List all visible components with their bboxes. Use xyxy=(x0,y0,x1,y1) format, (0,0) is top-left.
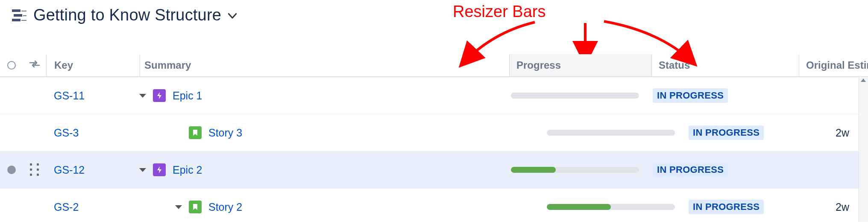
progress-fill xyxy=(511,167,556,173)
drag-icon xyxy=(30,163,39,176)
summary-cell: Story 3 xyxy=(139,126,540,139)
row-select[interactable] xyxy=(0,166,23,174)
structure-title[interactable]: Getting to Know Structure xyxy=(33,6,221,24)
expand-toggle-icon[interactable] xyxy=(139,168,146,172)
issue-summary-link[interactable]: Epic 2 xyxy=(173,164,202,176)
title-bar: Getting to Know Structure xyxy=(0,0,868,29)
table-row[interactable]: GS-12Epic 2IN PROGRESS xyxy=(0,151,868,188)
table-row[interactable]: GS-3Story 3IN PROGRESS2w xyxy=(0,114,868,151)
header-progress-label: Progress xyxy=(516,59,561,71)
issue-key-link[interactable]: GS-11 xyxy=(54,90,85,102)
progress-cell xyxy=(540,204,682,210)
progress-cell xyxy=(540,130,682,136)
issue-key-link[interactable]: GS-3 xyxy=(54,127,79,139)
status-cell: IN PROGRESS xyxy=(682,200,829,214)
progress-bar xyxy=(547,204,675,210)
epic-icon xyxy=(153,163,166,176)
progress-cell xyxy=(504,167,646,173)
header-estimate-label: Original Estimate xyxy=(806,59,868,71)
epic-icon xyxy=(153,89,166,102)
status-cell: IN PROGRESS xyxy=(646,88,793,103)
summary-cell: Epic 2 xyxy=(139,163,504,176)
estimate-value: 2w xyxy=(836,127,849,139)
summary-cell: Story 2 xyxy=(139,201,540,213)
scrollbar-up-icon xyxy=(861,79,866,82)
header-key-label: Key xyxy=(54,59,73,71)
issue-key-cell: GS-11 xyxy=(46,90,139,102)
header-progress[interactable]: Progress xyxy=(509,54,652,76)
svg-rect-3 xyxy=(23,15,26,16)
issue-summary-link[interactable]: Story 2 xyxy=(208,201,242,213)
vertical-scrollbar[interactable] xyxy=(859,77,868,222)
header-select-all[interactable] xyxy=(0,61,23,70)
row-drag-handle[interactable] xyxy=(23,163,46,176)
issue-key-link[interactable]: GS-12 xyxy=(54,164,85,176)
svg-rect-2 xyxy=(14,14,22,17)
status-badge[interactable]: IN PROGRESS xyxy=(689,200,764,214)
sync-icon xyxy=(29,59,40,71)
header-sync[interactable] xyxy=(23,54,47,76)
svg-rect-4 xyxy=(12,19,21,21)
issue-key-link[interactable]: GS-2 xyxy=(54,201,79,213)
table-header-row: Key Summary Progress Status Original Est… xyxy=(0,54,868,77)
svg-rect-0 xyxy=(12,9,21,12)
scrollbar-track xyxy=(859,77,868,222)
issue-summary-link[interactable]: Story 3 xyxy=(208,127,242,139)
circle-icon xyxy=(7,61,16,70)
header-estimate[interactable]: Original Estimate xyxy=(799,54,868,76)
progress-bar xyxy=(511,167,639,173)
status-cell: IN PROGRESS xyxy=(682,125,829,140)
status-cell: IN PROGRESS xyxy=(646,163,793,177)
structure-icon xyxy=(12,9,26,21)
header-summary-label: Summary xyxy=(144,59,191,71)
svg-rect-5 xyxy=(21,20,26,21)
header-status-label: Status xyxy=(659,59,690,71)
summary-cell: Epic 1 xyxy=(139,89,504,102)
header-key[interactable]: Key xyxy=(47,54,140,76)
estimate-value: 2w xyxy=(836,201,849,213)
progress-cell xyxy=(504,93,646,99)
svg-rect-1 xyxy=(21,11,26,12)
story-icon xyxy=(189,201,202,213)
status-badge[interactable]: IN PROGRESS xyxy=(653,88,728,103)
issue-key-cell: GS-3 xyxy=(46,127,139,139)
progress-fill xyxy=(547,204,611,210)
structure-table: Key Summary Progress Status Original Est… xyxy=(0,54,868,224)
header-summary[interactable]: Summary xyxy=(140,59,509,71)
header-status[interactable]: Status xyxy=(652,54,799,76)
story-icon xyxy=(189,126,202,139)
issue-summary-link[interactable]: Epic 1 xyxy=(173,90,202,102)
issue-key-cell: GS-2 xyxy=(46,201,139,213)
expand-toggle-icon[interactable] xyxy=(139,94,146,98)
progress-bar xyxy=(511,93,639,99)
issue-key-cell: GS-12 xyxy=(46,164,139,176)
expand-toggle-icon[interactable] xyxy=(175,205,182,209)
circle-icon xyxy=(7,166,16,174)
table-row[interactable]: GS-2Story 2IN PROGRESS2w xyxy=(0,188,868,224)
progress-bar xyxy=(547,130,675,136)
title-dropdown-icon[interactable] xyxy=(228,9,237,21)
table-row[interactable]: GS-11Epic 1IN PROGRESS xyxy=(0,77,868,114)
status-badge[interactable]: IN PROGRESS xyxy=(653,163,728,177)
status-badge[interactable]: IN PROGRESS xyxy=(689,125,764,140)
